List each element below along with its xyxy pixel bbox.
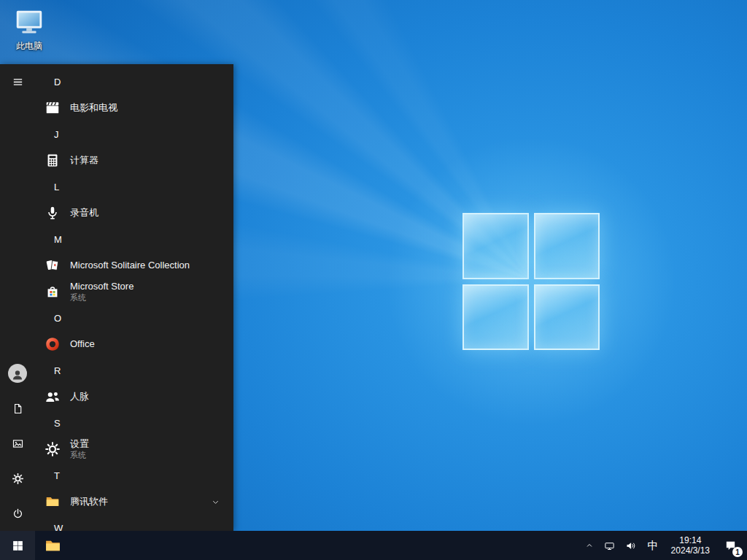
wallpaper-windows-logo-art [462,213,600,350]
app-name: Microsoft Solitaire Collection [70,260,190,271]
windows-logo-pane [462,213,529,279]
movies-tv-clapper-icon [44,99,61,117]
section-letter-d[interactable]: D [35,69,233,95]
section-letter-s[interactable]: S [35,410,233,436]
section-letter-w[interactable]: W [35,515,233,531]
app-item-people[interactable]: 人脉 [35,384,233,410]
action-center-button[interactable]: 1 [716,531,746,560]
app-name: 人脉 [70,392,89,402]
network-button[interactable] [599,531,620,560]
windows-logo-pane [462,284,529,351]
power-icon [12,508,24,520]
section-letter-o[interactable]: O [35,305,233,331]
app-item-microsoft-store[interactable]: Microsoft Store 系统 [35,279,233,305]
ethernet-network-icon [604,540,615,551]
document-icon [12,402,24,415]
store-bag-icon [44,283,61,300]
desktop-icon-this-pc[interactable]: 此电脑 [1,6,57,52]
system-tray: 中 19:14 2024/3/13 1 [580,531,747,560]
pictures-button[interactable] [0,426,35,461]
app-item-tencent-folder[interactable]: 腾讯软件 [35,489,233,515]
start-menu-expand-button[interactable] [0,64,35,99]
app-name: 录音机 [70,208,98,219]
documents-button[interactable] [0,391,35,426]
hidden-icons-button[interactable] [580,531,599,560]
chevron-down-icon[interactable] [211,497,220,507]
app-name: Office [70,339,95,350]
playing-cards-icon [44,257,61,274]
section-letter-l[interactable]: L [35,174,233,200]
ime-indicator[interactable]: 中 [641,531,665,560]
app-item-settings[interactable]: 设置 系统 [35,436,233,462]
section-letter-j[interactable]: J [35,121,233,147]
people-icon [44,388,61,405]
person-icon [11,368,24,381]
user-avatar [8,364,27,383]
gear-icon [12,472,24,485]
windows-logo-icon [12,540,24,552]
app-item-solitaire[interactable]: Microsoft Solitaire Collection [35,252,233,279]
office-logo-icon [44,335,61,353]
section-letter-t[interactable]: T [35,462,233,489]
start-menu: D 电影和电视 J 计算器 L 录音机 M Microsoft Solitair… [0,64,233,531]
notification-badge: 1 [732,547,743,557]
taskbar: 中 19:14 2024/3/13 1 [0,531,747,560]
this-pc-monitor-icon [12,6,46,39]
power-button[interactable] [0,496,35,531]
start-menu-app-list: D 电影和电视 J 计算器 L 录音机 M Microsoft Solitair… [35,64,233,531]
microphone-icon [44,204,61,222]
app-item-voice-recorder[interactable]: 录音机 [35,200,233,226]
chevron-up-icon [585,541,594,550]
app-subtitle: 系统 [70,451,89,460]
folder-icon [44,493,61,510]
file-explorer-folder-icon [44,537,62,555]
user-account-button[interactable] [0,356,35,391]
app-name: Microsoft Store [70,281,133,292]
pictures-icon [12,438,24,450]
app-item-movies-tv[interactable]: 电影和电视 [35,95,233,121]
file-explorer-button[interactable] [35,531,70,560]
desktop-icon-label: 此电脑 [16,40,42,52]
app-item-calculator[interactable]: 计算器 [35,147,233,174]
clock-time: 19:14 [679,535,701,545]
rail-top [0,64,35,99]
app-name: 电影和电视 [70,103,117,114]
app-name: 腾讯软件 [70,497,108,508]
section-letter-r[interactable]: R [35,357,233,384]
hamburger-menu-icon [12,76,24,88]
start-button[interactable] [0,531,35,560]
settings-button[interactable] [0,461,35,496]
calculator-icon [44,152,61,169]
app-subtitle: 系统 [70,293,133,303]
gear-icon [44,440,61,458]
windows-logo-pane [534,213,600,279]
start-menu-rail [0,64,35,531]
rail-bottom [0,356,35,531]
windows-logo-pane [534,284,600,351]
section-letter-m[interactable]: M [35,226,233,252]
app-item-office[interactable]: Office [35,331,233,357]
taskbar-clock[interactable]: 19:14 2024/3/13 [665,531,716,560]
volume-button[interactable] [620,531,641,560]
app-name: 计算器 [70,155,98,166]
clock-date: 2024/3/13 [671,545,710,556]
app-name: 设置 [70,439,89,450]
speaker-icon [625,540,636,551]
